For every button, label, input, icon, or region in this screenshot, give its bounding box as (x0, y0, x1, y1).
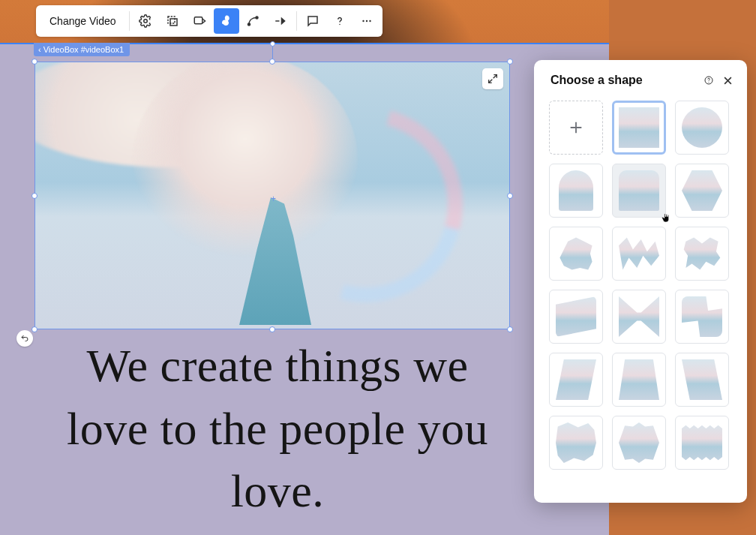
settings-icon[interactable] (133, 8, 158, 34)
resize-handle-mr[interactable] (507, 193, 513, 199)
shape-thumb (556, 233, 596, 274)
toolbar-divider (129, 11, 130, 31)
more-icon[interactable] (354, 8, 380, 34)
shape-option-trapezoid[interactable] (612, 353, 666, 407)
shape-option-ticket[interactable] (675, 416, 729, 470)
comment-icon[interactable] (300, 8, 326, 34)
resize-handle-br[interactable] (507, 326, 513, 332)
svg-rect-3 (195, 17, 203, 24)
shape-thumb (559, 170, 593, 211)
shape-grid (549, 101, 735, 470)
svg-point-0 (144, 20, 148, 23)
shape-thumb (682, 107, 722, 148)
shape-option-zigzag[interactable] (612, 227, 666, 281)
panel-help-icon[interactable] (704, 76, 713, 85)
panel-body[interactable] (534, 98, 747, 503)
shape-option-ornament[interactable] (612, 416, 666, 470)
shape-option-arch[interactable] (549, 164, 603, 218)
shape-icon[interactable] (214, 8, 239, 34)
cursor-icon (659, 211, 673, 224)
crop-icon[interactable] (160, 8, 185, 34)
shape-option-circle[interactable] (675, 101, 729, 155)
svg-rect-1 (168, 17, 175, 23)
mask-icon[interactable] (187, 8, 212, 34)
shape-thumb (619, 233, 659, 274)
animation-icon[interactable] (268, 8, 293, 34)
shape-option-puzzle[interactable] (675, 227, 729, 281)
svg-rect-2 (170, 19, 177, 26)
shape-thumb (619, 107, 659, 148)
shape-thumb (619, 170, 659, 211)
undo-button[interactable] (16, 330, 33, 347)
help-icon[interactable] (327, 8, 352, 34)
resize-handle-bl[interactable] (32, 326, 38, 332)
panel-title: Choose a shape (550, 74, 643, 87)
resize-handle-tl[interactable] (32, 59, 38, 65)
expand-button[interactable] (482, 68, 503, 89)
toolbar-divider (296, 11, 297, 31)
shape-thumb (682, 422, 722, 463)
shape-option-wave[interactable] (549, 290, 603, 344)
svg-point-11 (709, 82, 710, 83)
svg-point-5 (248, 23, 250, 26)
shape-option-rectangle[interactable] (612, 101, 666, 155)
shape-option-bowtie[interactable] (612, 290, 666, 344)
shape-option-torn[interactable] (549, 416, 603, 470)
resize-handle-bm[interactable] (269, 326, 275, 332)
svg-point-4 (256, 17, 258, 19)
shape-option-parallelogram-left[interactable] (549, 353, 603, 407)
shape-thumb (682, 296, 722, 337)
rotate-handle[interactable] (270, 41, 275, 47)
resize-handle-ml[interactable] (32, 193, 38, 199)
shape-option-parallelogram-right[interactable] (675, 353, 729, 407)
shape-thumb (619, 296, 659, 337)
resize-handle-tr[interactable] (507, 59, 513, 65)
panel-header: Choose a shape (534, 60, 747, 98)
headline-text[interactable]: We create things we love to the people y… (45, 335, 510, 523)
change-video-button[interactable]: Change Video (39, 8, 126, 34)
svg-point-8 (366, 20, 368, 22)
shape-thumb (556, 359, 596, 400)
center-marker: + (271, 194, 276, 204)
shape-thumb (682, 359, 722, 400)
svg-point-6 (340, 24, 341, 26)
svg-point-9 (370, 20, 371, 22)
shape-option-cloud[interactable] (549, 227, 603, 281)
element-tag[interactable]: VideoBox #videoBox1 (34, 43, 130, 56)
svg-point-7 (363, 20, 364, 22)
shape-thumb (682, 233, 722, 274)
curve-icon[interactable] (241, 8, 266, 34)
resize-handle-tm[interactable] (269, 59, 275, 65)
floating-toolbar: Change Video (36, 5, 382, 37)
shape-option-hexagon[interactable] (675, 164, 729, 218)
close-icon[interactable] (722, 75, 734, 86)
shape-thumb (556, 296, 596, 337)
shape-thumb (619, 422, 659, 463)
shape-thumb (556, 422, 596, 463)
shape-option-blob[interactable] (675, 290, 729, 344)
shape-thumb (682, 170, 722, 211)
shape-panel: Choose a shape (534, 60, 747, 503)
shape-option-rounded-top[interactable] (612, 164, 666, 218)
shape-thumb (619, 359, 659, 400)
shape-option-add[interactable] (549, 101, 603, 155)
